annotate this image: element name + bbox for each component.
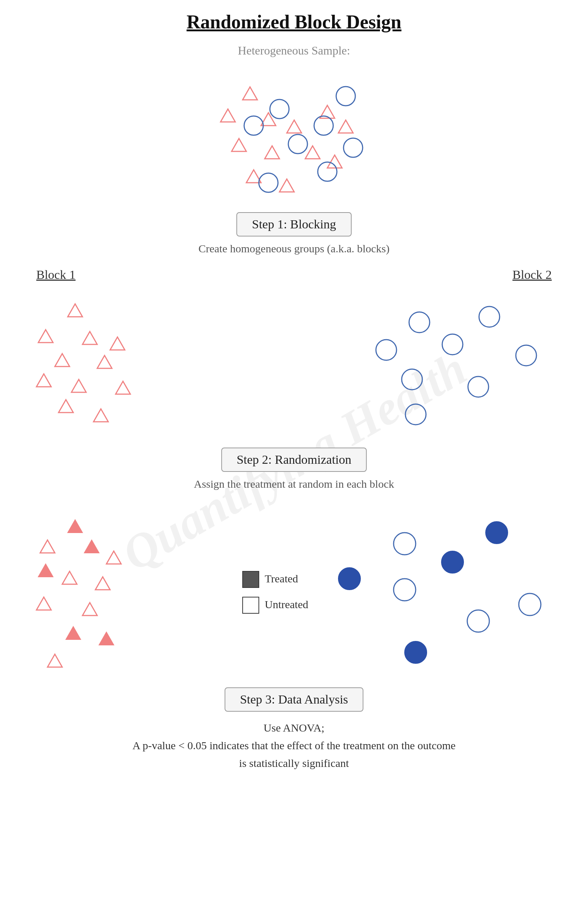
svg-rect-51 <box>243 571 259 587</box>
svg-marker-6 <box>232 139 246 151</box>
svg-point-19 <box>259 173 278 192</box>
svg-point-62 <box>405 641 427 664</box>
svg-point-38 <box>405 404 426 425</box>
step3-box: Step 3: Data Analysis <box>225 687 364 712</box>
svg-marker-7 <box>265 146 279 159</box>
svg-text:Treated: Treated <box>265 572 298 585</box>
block2-label: Block 2 <box>513 268 552 282</box>
svg-marker-24 <box>55 354 70 366</box>
svg-point-59 <box>486 521 508 544</box>
svg-marker-41 <box>38 564 53 577</box>
heterogeneous-label: Heterogeneous Sample: <box>238 44 350 57</box>
svg-marker-5 <box>338 120 353 133</box>
step1-description: Create homogeneous groups (a.k.a. blocks… <box>198 240 390 257</box>
svg-marker-11 <box>279 179 294 192</box>
svg-point-18 <box>318 162 337 181</box>
svg-point-33 <box>376 340 397 360</box>
svg-marker-45 <box>106 551 121 564</box>
svg-point-35 <box>516 345 536 366</box>
svg-marker-47 <box>95 577 110 590</box>
svg-point-55 <box>394 533 416 555</box>
svg-point-36 <box>402 369 422 390</box>
svg-marker-43 <box>99 632 114 645</box>
svg-marker-49 <box>82 603 97 616</box>
svg-marker-29 <box>59 400 73 412</box>
svg-marker-26 <box>36 374 51 387</box>
randomization-diagram: Treated Untreated <box>15 500 573 676</box>
svg-point-61 <box>338 568 361 590</box>
svg-point-16 <box>288 134 307 154</box>
svg-marker-28 <box>116 381 130 394</box>
svg-marker-25 <box>97 355 112 368</box>
step2-description: Assign the treatment at random in each b… <box>194 476 394 492</box>
block1-label: Block 1 <box>36 268 76 282</box>
svg-point-15 <box>314 116 333 135</box>
blocks-diagram <box>15 282 573 436</box>
svg-marker-3 <box>287 120 302 133</box>
svg-marker-0 <box>243 87 257 100</box>
svg-point-60 <box>441 551 464 573</box>
svg-marker-21 <box>38 330 53 343</box>
svg-point-37 <box>468 376 488 397</box>
svg-marker-27 <box>72 379 86 392</box>
svg-marker-50 <box>47 654 62 667</box>
svg-point-17 <box>343 138 363 157</box>
blocks-label-row: Block 1 Block 2 <box>36 268 552 282</box>
step1-box: Step 1: Blocking <box>236 212 352 237</box>
svg-marker-39 <box>68 520 82 533</box>
svg-point-56 <box>394 579 416 601</box>
svg-marker-22 <box>82 332 97 345</box>
page-container: Quantifying Health Randomized Block Desi… <box>0 0 588 922</box>
svg-marker-30 <box>93 409 108 422</box>
svg-marker-42 <box>66 626 81 639</box>
svg-marker-48 <box>36 597 51 610</box>
heterogeneous-diagram <box>15 61 573 201</box>
main-content: Randomized Block Design Heterogeneous Sa… <box>15 7 573 794</box>
svg-text:Untreated: Untreated <box>265 598 308 610</box>
svg-marker-40 <box>84 540 99 553</box>
page-title: Randomized Block Design <box>187 11 402 33</box>
svg-marker-20 <box>68 304 82 317</box>
svg-rect-53 <box>243 597 259 613</box>
svg-point-31 <box>409 312 430 333</box>
svg-marker-8 <box>305 146 320 159</box>
svg-point-58 <box>467 610 489 632</box>
svg-marker-46 <box>62 571 77 584</box>
step3-description: Use ANOVA; A p-value < 0.05 indicates th… <box>132 719 456 772</box>
svg-point-32 <box>479 306 500 327</box>
step2-box: Step 2: Randomization <box>221 448 367 472</box>
svg-point-34 <box>442 334 463 355</box>
svg-point-12 <box>270 100 289 119</box>
svg-point-14 <box>244 116 263 135</box>
svg-point-57 <box>519 593 541 616</box>
svg-marker-44 <box>40 540 55 553</box>
svg-marker-23 <box>110 337 125 350</box>
svg-marker-1 <box>220 109 235 122</box>
svg-point-13 <box>336 87 355 106</box>
